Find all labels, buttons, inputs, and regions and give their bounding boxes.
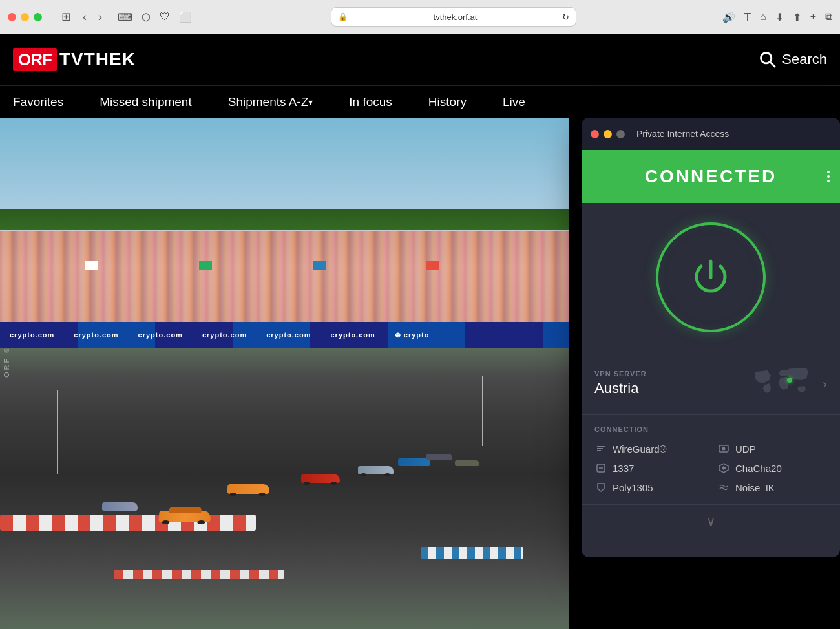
pia-connected-bar: CONNECTED	[582, 150, 840, 203]
maximize-button[interactable]	[34, 13, 42, 21]
f1-crowd	[0, 231, 569, 322]
minimize-button[interactable]	[21, 13, 29, 21]
sidebar-toggle-button[interactable]: ⊞	[58, 8, 75, 25]
pia-world-map	[751, 364, 816, 403]
wireguard-icon	[594, 442, 607, 455]
pia-more-button[interactable]	[827, 171, 830, 182]
cipher-icon	[717, 462, 730, 474]
pia-conn-chacha: ChaCha20	[717, 462, 827, 474]
pia-conn-poly: Poly1305	[594, 481, 704, 494]
speaker-icon: 🔊	[722, 11, 735, 23]
pia-handshake-value: Noise_IK	[735, 482, 775, 493]
f1-line-right	[482, 376, 483, 446]
pia-more-dot-1	[827, 171, 830, 173]
f1-flag-3	[313, 261, 326, 270]
nav-infocus[interactable]: In focus	[331, 86, 410, 118]
forward-button[interactable]: ›	[94, 9, 106, 25]
translate-icon: T̲	[744, 11, 751, 23]
pia-server-section[interactable]: VPN SERVER Austria	[582, 352, 840, 414]
new-tab-icon[interactable]: +	[810, 11, 816, 23]
pia-power-area	[582, 203, 840, 352]
svg-line-1	[770, 62, 775, 67]
pia-connection-grid: WireGuard® UDP 1337	[594, 442, 827, 494]
f1-ad-1: crypto.com	[0, 331, 64, 339]
pia-zoom-button[interactable]	[616, 130, 625, 138]
f1-flag-2	[199, 261, 212, 270]
browser-nav: ⊞ ‹ ›	[58, 8, 106, 25]
pia-close-button[interactable]	[591, 130, 599, 138]
udp-icon	[717, 442, 730, 455]
f1-scene: crypto.com crypto.com crypto.com crypto.…	[0, 118, 569, 629]
orf-watermark: ORF ©	[3, 345, 10, 377]
pia-more-dot-2	[827, 175, 830, 178]
url-bar[interactable]: 🔒 tvthek.orf.at ↻	[331, 7, 576, 27]
f1-curb-left	[0, 515, 256, 531]
f1-car-silver	[358, 466, 394, 474]
tab-overview-icon[interactable]: ⧉	[825, 11, 832, 23]
reload-icon[interactable]: ↻	[562, 12, 569, 22]
pia-server-chevron: ›	[823, 376, 827, 391]
pia-protocol-value: WireGuard®	[613, 443, 667, 454]
orf-website: ORF TVTHEK Search Favorites Missed shipm…	[0, 34, 840, 629]
f1-grandstands	[0, 230, 569, 322]
pia-cipher-value: ChaCha20	[735, 463, 782, 474]
port-icon	[594, 462, 607, 474]
pia-vpn-popup: Private Internet Access CONNECTED	[582, 118, 840, 557]
f1-ad-6: crypto.com	[320, 331, 384, 339]
pia-encryption-value: Poly1305	[613, 482, 653, 493]
orf-logo[interactable]: ORF TVTHEK	[13, 48, 136, 71]
f1-car-orange-large	[159, 511, 211, 522]
pia-server-label: VPN SERVER	[594, 370, 751, 378]
pia-connected-status: CONNECTED	[645, 166, 777, 187]
pia-conn-port: 1337	[594, 462, 704, 474]
f1-car-bg-2	[455, 460, 479, 466]
download-icon: ⬇	[775, 11, 784, 23]
url-text[interactable]: tvthek.orf.at	[352, 12, 558, 22]
pia-power-icon	[688, 255, 733, 300]
noise-icon	[717, 481, 730, 494]
f1-flag-4	[426, 261, 439, 270]
tvthek-text: TVTHEK	[59, 49, 136, 70]
url-bar-container: 🔒 tvthek.orf.at ↻	[197, 7, 711, 27]
f1-curb-bottom	[114, 570, 284, 579]
orf-header: ORF TVTHEK Search	[0, 34, 840, 85]
shield-icon: 🛡	[160, 11, 170, 23]
lock-icon: 🔒	[338, 12, 348, 21]
orf-main-content: crypto.com crypto.com crypto.com crypto.…	[0, 118, 840, 629]
tab-icon: ⬜	[179, 11, 192, 23]
f1-car-orange-2	[227, 484, 270, 494]
close-button[interactable]	[8, 13, 16, 21]
orf-logo-box: ORF	[13, 48, 57, 71]
pia-app-title: Private Internet Access	[636, 129, 729, 139]
home-icon: ⌂	[760, 11, 766, 23]
search-icon	[759, 50, 777, 69]
nav-shipments[interactable]: Shipments A-Z	[210, 86, 331, 118]
browser-right-icons: 🔊 T̲ ⌂ ⬇ ⬆ + ⧉	[722, 11, 832, 23]
search-button[interactable]: Search	[759, 50, 827, 69]
back-button[interactable]: ‹	[79, 9, 90, 25]
nav-favorites[interactable]: Favorites	[13, 86, 81, 118]
share-icon: ⬆	[793, 11, 801, 23]
browser-titlebar: ⊞ ‹ › ⌨ ⬡ 🛡 ⬜ 🔒 tvthek.orf.at ↻ 🔊 T̲ ⌂ ⬇…	[0, 0, 840, 34]
f1-curb-right-blue	[421, 547, 523, 559]
pia-power-ring[interactable]	[656, 222, 766, 332]
f1-car-red	[301, 474, 340, 483]
f1-ad-7: ⊕ crypto	[385, 331, 439, 339]
f1-adboards: crypto.com crypto.com crypto.com crypto.…	[0, 322, 569, 348]
nav-missed[interactable]: Missed shipment	[81, 86, 210, 118]
pia-titlebar: Private Internet Access	[582, 118, 840, 150]
pia-minimize-button[interactable]	[604, 130, 612, 138]
pia-conn-wireguard: WireGuard®	[594, 442, 704, 455]
nav-live[interactable]: Live	[485, 86, 543, 118]
pia-expand-button[interactable]: ∨	[582, 504, 840, 537]
pia-conn-noise: Noise_IK	[717, 481, 827, 494]
poly-icon	[594, 481, 607, 494]
pia-port-value: 1337	[613, 463, 634, 474]
pia-transport-value: UDP	[735, 443, 756, 454]
f1-track	[0, 348, 569, 629]
svg-point-3	[722, 447, 726, 451]
f1-video-player[interactable]: crypto.com crypto.com crypto.com crypto.…	[0, 118, 569, 629]
browser-icons: ⌨ ⬡ 🛡 ⬜	[118, 11, 192, 23]
f1-ad-2: crypto.com	[64, 331, 128, 339]
nav-history[interactable]: History	[410, 86, 485, 118]
